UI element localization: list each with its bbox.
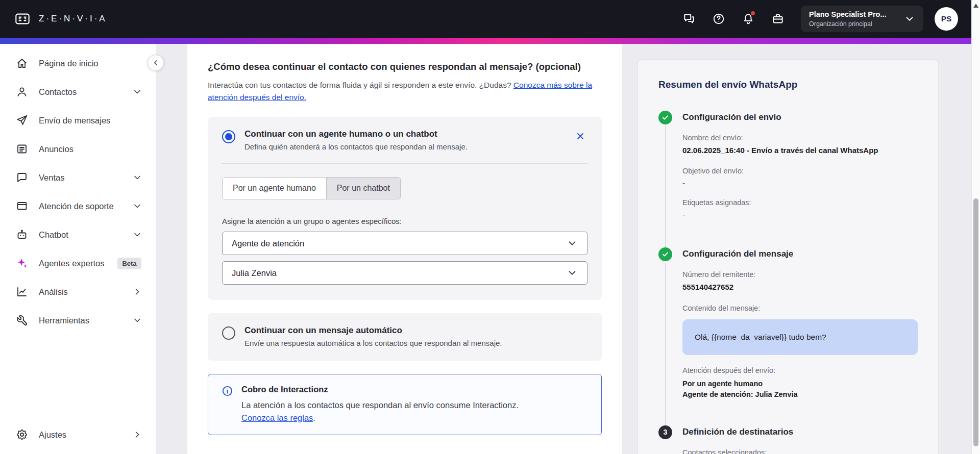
sidebar-item-label: Agentes expertos — [39, 259, 104, 268]
person-icon — [15, 85, 29, 98]
zenvia-logo[interactable]: Z·E·N·V·I·A — [13, 11, 107, 27]
workspace-button[interactable] — [766, 7, 790, 31]
billing-info-link-line: Conozca las reglas. — [241, 412, 519, 424]
field-label: Contactos seleccionados: — [682, 448, 918, 454]
radio-agent-selected[interactable] — [222, 130, 235, 143]
sidebar-item-chatbot[interactable]: Chatbot — [0, 220, 156, 249]
chevron-left-icon — [151, 58, 160, 67]
attendant-group-value: Agente de atención — [232, 239, 304, 248]
tab-chatbot[interactable]: Por un chatbot — [326, 178, 400, 199]
sparkles-icon — [15, 257, 29, 270]
check-circle-icon — [658, 111, 672, 124]
support-window-icon — [15, 199, 29, 213]
sidebar-item-label: Envío de mensajes — [39, 116, 110, 125]
sidebar-item-analytics[interactable]: Análisis — [0, 278, 156, 306]
topbar: Z·E·N·V·I·A — [0, 0, 971, 38]
sidebar-item-contacts[interactable]: Contactos — [0, 78, 156, 106]
agent-select[interactable]: Julia Zenvia — [222, 261, 587, 285]
chevron-down-icon — [132, 87, 142, 97]
scrollbar-thumb[interactable] — [973, 198, 978, 446]
send-icon — [15, 114, 29, 127]
chevron-down-icon — [567, 267, 578, 279]
field-value: - — [682, 210, 918, 219]
gear-icon — [15, 428, 29, 441]
field-label: Atención después del envío: — [682, 366, 918, 374]
sidebar-item-settings[interactable]: Ajustes — [0, 420, 156, 449]
sidebar-item-label: Análisis — [39, 287, 68, 297]
beta-badge: Beta — [117, 258, 141, 269]
info-icon — [222, 385, 233, 424]
after-send-config-card: ¿Cómo desea continuar el contacto con qu… — [187, 44, 622, 454]
sidebar-item-expert-agents[interactable]: Agentes expertos Beta — [0, 249, 156, 278]
option-auto-subtitle: Envíe una respuesta automática a los con… — [244, 339, 502, 347]
tools-icon — [15, 314, 29, 327]
sidebar-item-label: Anuncios — [39, 144, 74, 154]
sidebar-item-announcements[interactable]: Anuncios — [0, 135, 156, 163]
billing-info-title: Cobro de Interactionz — [241, 385, 519, 394]
sidebar-item-home[interactable]: Página de inicio — [0, 49, 156, 78]
option-auto-card: Continuar con un mensaje automático Enví… — [208, 313, 602, 361]
option-agent-texts: Continuar con un agente humano o un chat… — [244, 129, 468, 151]
scrollbar-up-arrow-icon[interactable] — [973, 4, 978, 8]
assign-label: Asigne la atención a un grupo o agentes … — [222, 217, 587, 225]
sidebar-item-tools[interactable]: Herramientas — [0, 306, 156, 335]
summary-step-send-config: Configuración del envío Nombre del envío… — [658, 111, 918, 247]
robot-icon — [15, 228, 29, 241]
rules-link[interactable]: Conozca las reglas — [241, 413, 313, 422]
sidebar-item-label: Página de inicio — [39, 59, 99, 68]
brand-text: Z·E·N·V·I·A — [39, 14, 107, 24]
step-body: Configuración del envío Nombre del envío… — [682, 111, 918, 219]
field-label: Nombre del envío: — [682, 134, 918, 142]
question-title: ¿Cómo desea continuar el contacto con qu… — [208, 61, 602, 72]
chat-bubble-icon — [15, 171, 29, 184]
user-avatar[interactable]: PS — [935, 7, 958, 31]
plan-selector[interactable]: Plano Specialist Pro... Organización pri… — [801, 6, 923, 32]
step-title: Definición de destinatarios — [682, 427, 918, 437]
summary-step-message-config: Configuración del mensaje Número del rem… — [658, 247, 918, 425]
zenvia-logo-icon — [13, 11, 32, 27]
chevron-down-icon — [132, 230, 142, 240]
field-label: Objetivo del envío: — [682, 167, 918, 175]
chart-icon — [15, 285, 29, 298]
field-label: Número del remitente: — [682, 270, 918, 279]
summary-step-recipients: 3 Definición de destinatarios Contactos … — [658, 425, 918, 454]
chevron-right-icon — [132, 287, 142, 297]
attendant-group-select[interactable]: Agente de atención — [222, 232, 587, 255]
after-send-values: Por un agente humano Agente de atención:… — [682, 379, 918, 400]
chevron-down-icon — [904, 13, 915, 24]
notification-dot — [750, 10, 756, 16]
attendant-type-tabs: Por un agente humano Por un chatbot — [222, 177, 401, 199]
sidebar-item-messaging[interactable]: Envío de mensajes — [0, 106, 156, 135]
sidebar-item-support[interactable]: Atención de soporte — [0, 192, 156, 220]
close-icon[interactable] — [573, 129, 587, 143]
chevron-down-icon — [132, 201, 142, 211]
sidebar-collapse-button[interactable] — [148, 55, 164, 71]
tab-human-agent[interactable]: Por un agente humano — [223, 178, 326, 199]
check-circle-icon — [658, 247, 672, 261]
step-body: Configuración del mensaje Número del rem… — [682, 247, 918, 399]
next-section-card — [187, 448, 622, 454]
page-scrollbar[interactable] — [971, 0, 980, 454]
step-number-badge: 3 — [658, 425, 672, 439]
notifications-button[interactable] — [737, 7, 760, 31]
step-body: Definición de destinatarios Contactos se… — [682, 425, 918, 454]
summary-title: Resumen del envío WhatsApp — [658, 79, 918, 90]
field-value: Por un agente humano — [682, 379, 918, 389]
field-value: - — [682, 179, 918, 187]
sidebar-item-sales[interactable]: Ventas — [0, 163, 156, 192]
message-preview-bubble: Olá, {{nome_da_variavel}} tudo bem? — [682, 319, 918, 355]
billing-info-box: Cobro de Interactionz La atención a los … — [208, 374, 602, 435]
topbar-actions: Plano Specialist Pro... Organización pri… — [677, 6, 958, 32]
billing-info-text: La atención a los contactos que responda… — [241, 399, 519, 412]
option-agent-header: Continuar con un agente humano o un chat… — [222, 129, 587, 151]
option-agent-subtitle: Defina quién atenderá a los contactos qu… — [244, 142, 468, 151]
help-button[interactable] — [707, 7, 730, 31]
plan-subtitle: Organización principal — [809, 20, 887, 28]
app-body: Página de inicio Contactos Envío de m — [0, 44, 971, 454]
home-icon — [15, 57, 29, 70]
chevron-right-icon — [132, 430, 142, 440]
link-suffix: . — [313, 413, 315, 422]
option-divider — [222, 163, 587, 164]
radio-auto-unselected[interactable] — [222, 326, 235, 340]
conversations-button[interactable] — [677, 7, 701, 31]
